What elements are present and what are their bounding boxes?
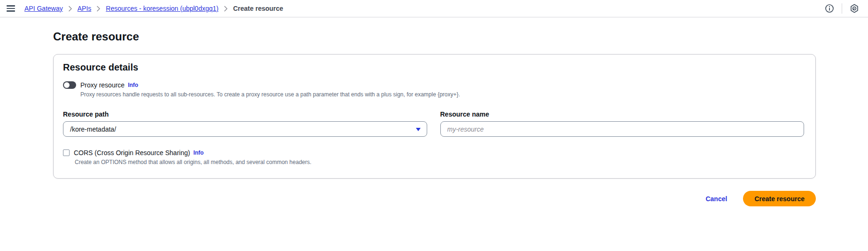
proxy-resource-description: Proxy resources handle requests to all s…: [80, 91, 804, 98]
cors-label: CORS (Cross Origin Resource Sharing): [74, 149, 190, 157]
top-navigation-bar: API Gateway APIs Resources - koresession…: [0, 0, 868, 17]
resource-path-select[interactable]: /kore-metadata/: [63, 121, 427, 137]
proxy-resource-toggle[interactable]: [63, 81, 76, 89]
page-title: Create resource: [53, 30, 868, 44]
topbar-actions: [824, 3, 860, 14]
form-actions: Cancel Create resource: [53, 191, 816, 206]
resource-path-field: Resource path /kore-metadata/: [63, 110, 427, 137]
chevron-right-icon: [68, 6, 72, 12]
resource-name-input[interactable]: [440, 121, 805, 137]
cors-checkbox[interactable]: [63, 149, 70, 156]
proxy-resource-info-link[interactable]: Info: [128, 82, 138, 88]
breadcrumb-current-page: Create resource: [233, 5, 283, 12]
toggle-knob: [64, 82, 70, 88]
create-resource-button[interactable]: Create resource: [743, 191, 816, 206]
breadcrumb-link-resources[interactable]: Resources - koresession (ubpl0dxgq1): [106, 5, 219, 12]
settings-icon[interactable]: [849, 3, 860, 14]
section-title: Resource details: [63, 62, 804, 73]
resource-name-field: Resource name: [440, 110, 805, 137]
chevron-right-icon: [224, 6, 228, 12]
breadcrumb-link-api-gateway[interactable]: API Gateway: [24, 5, 63, 12]
breadcrumb-link-apis[interactable]: APIs: [78, 5, 92, 12]
menu-icon[interactable]: [7, 5, 15, 12]
resource-path-selected-value: /kore-metadata/: [70, 126, 116, 133]
resource-form-grid: Resource path /kore-metadata/ Resource n…: [63, 110, 804, 137]
cors-info-link[interactable]: Info: [193, 149, 203, 156]
cors-row: CORS (Cross Origin Resource Sharing) Inf…: [63, 149, 804, 157]
cors-description: Create an OPTIONS method that allows all…: [75, 159, 804, 166]
breadcrumb: API Gateway APIs Resources - koresession…: [24, 5, 283, 12]
resource-details-card: Resource details Proxy resource Info Pro…: [53, 54, 816, 179]
chevron-right-icon: [96, 6, 101, 12]
proxy-resource-row: Proxy resource Info: [63, 81, 804, 89]
cancel-button[interactable]: Cancel: [705, 195, 727, 203]
resource-path-label: Resource path: [63, 110, 427, 118]
info-circle-icon[interactable]: [824, 3, 835, 14]
caret-down-icon: [416, 128, 421, 131]
resource-name-label: Resource name: [440, 110, 805, 118]
proxy-resource-label: Proxy resource: [80, 81, 125, 89]
topbar-divider: [842, 3, 842, 14]
